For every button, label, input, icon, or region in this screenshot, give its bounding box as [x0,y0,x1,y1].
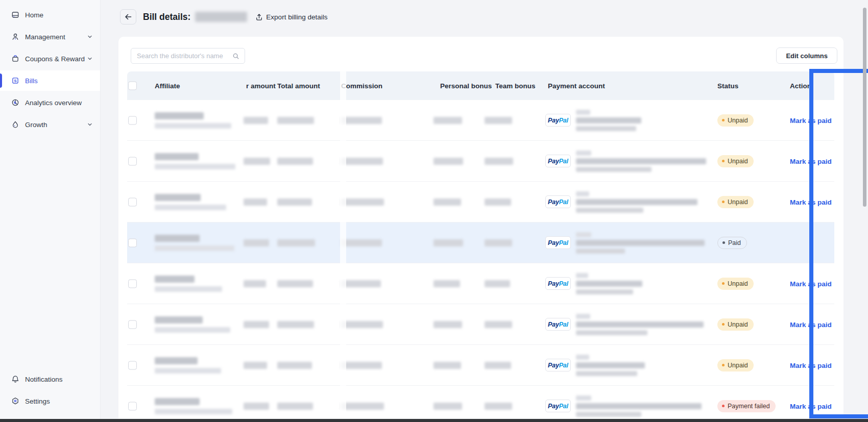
table-body: PayPal Unpaid Mark as paid [127,100,834,418]
status-badge: Unpaid [717,196,754,208]
edit-columns-button[interactable]: Edit columns [776,47,837,64]
status-badge: Unpaid [717,114,754,127]
affiliate-name-redacted [155,316,203,324]
export-label: Export billing details [266,13,327,21]
affiliate-name-redacted [155,235,200,242]
back-button[interactable] [120,9,136,24]
payment-account-cell: PayPal [545,110,641,131]
sidebar-item-label: Analytics overview [25,99,82,107]
payment-account-cell: PayPal [545,232,705,254]
personal-bonus-redacted [433,239,463,246]
status-badge: Paid [717,237,747,249]
column-header-team-bonus[interactable]: Team bonus [495,82,536,90]
order-amount-redacted [244,280,266,287]
sidebar-item-notifications[interactable]: Notifications [0,369,100,389]
mark-as-paid-link[interactable]: Mark as paid [790,280,832,288]
table-row: PayPal Unpaid Mark as paid [127,345,834,386]
row-checkbox[interactable] [128,279,137,288]
row-checkbox[interactable] [128,238,137,247]
order-amount-redacted [244,158,270,165]
mark-as-paid-link[interactable]: Mark as paid [790,117,832,125]
table-row: PayPal Unpaid Mark as paid [127,304,834,345]
row-checkbox[interactable] [128,361,137,369]
export-icon [255,13,263,21]
paypal-logo: PayPal [545,359,571,371]
column-header-personal-bonus[interactable]: Personal bonus [440,82,492,90]
order-amount-redacted [244,362,267,369]
affiliate-cell [155,276,222,292]
chevron-down-icon [87,34,93,40]
affiliate-email-redacted [155,245,234,251]
sidebar-item-coupons-reward[interactable]: Coupons & Reward [0,48,100,69]
table-row: PayPal Unpaid Mark as paid [127,100,834,141]
team-bonus-redacted [485,403,512,410]
row-checkbox[interactable] [128,402,137,410]
mark-as-paid-link[interactable]: Mark as paid [790,362,832,369]
row-checkbox[interactable] [128,197,137,206]
paypal-logo: PayPal [545,318,571,331]
personal-bonus-redacted [433,117,462,124]
affiliate-name-redacted [155,276,195,283]
column-header-action[interactable]: Action [790,82,811,90]
mark-as-paid-link[interactable]: Mark as paid [790,158,832,165]
search-icon[interactable] [232,53,239,60]
affiliate-email-redacted [155,327,230,333]
personal-bonus-redacted [433,198,461,206]
affiliate-email-redacted [155,164,235,169]
mark-as-paid-link[interactable]: Mark as paid [790,403,832,410]
column-header-status[interactable]: Status [717,82,738,90]
commission-redacted [341,239,382,246]
mark-as-paid-link[interactable]: Mark as paid [790,198,832,206]
status-badge: Unpaid [717,318,754,331]
select-all-checkbox[interactable] [128,82,137,90]
topbar: Bill details: Export billing details [101,0,868,34]
paypal-logo: PayPal [545,114,571,127]
row-checkbox[interactable] [128,320,137,329]
vertical-scrollbar[interactable] [863,8,866,207]
payment-account-redacted [576,403,702,409]
status-dot-icon [722,201,725,203]
team-bonus-redacted [485,158,513,165]
sidebar-item-label: Bills [25,77,38,85]
column-header-order-amount[interactable]: r amount [246,82,276,90]
search-input[interactable] [131,52,232,60]
sidebar-item-management[interactable]: Management [0,27,100,47]
commission-redacted [341,280,381,287]
payment-account-cell: PayPal [545,395,702,417]
sidebar-item-home[interactable]: Home [0,5,100,25]
affiliate-cell [155,153,235,169]
commission-redacted [341,198,384,206]
total-amount-redacted [277,403,313,410]
affiliate-cell [155,194,226,210]
affiliate-name-redacted [155,357,198,364]
total-amount-redacted [277,280,313,287]
personal-bonus-redacted [433,403,462,410]
export-billing-details-button[interactable]: Export billing details [255,13,327,21]
order-amount-redacted [244,403,269,410]
sidebar-item-label: Home [25,11,43,19]
payment-account-redacted [576,117,641,123]
column-header-commission[interactable]: Commission [341,82,382,90]
payment-account-redacted [576,314,590,319]
column-header-affiliate[interactable]: Affiliate [155,82,180,90]
affiliate-name-redacted [155,112,204,119]
column-header-payment-account[interactable]: Payment account [548,82,605,90]
affiliate-email-redacted [155,368,221,374]
sidebar-item-bills[interactable]: SBills [0,70,100,91]
sidebar-item-analytics-overview[interactable]: Analytics overview [0,92,100,113]
status-dot-icon [722,405,725,407]
row-checkbox[interactable] [128,157,137,165]
sidebar-item-growth[interactable]: Growth [0,114,100,135]
svg-text:S: S [14,79,16,83]
payment-account-redacted [576,151,591,156]
payment-account-redacted [576,362,645,368]
payment-account-redacted [576,412,641,417]
column-header-total-amount[interactable]: Total amount [277,82,320,90]
sidebar-item-settings[interactable]: Settings [0,391,100,411]
commission-redacted [341,362,382,369]
mark-as-paid-link[interactable]: Mark as paid [790,321,832,329]
payment-account-cell: PayPal [545,151,706,172]
row-checkbox[interactable] [128,116,137,125]
payment-account-redacted [576,191,589,196]
sidebar-item-label: Notifications [25,376,63,383]
